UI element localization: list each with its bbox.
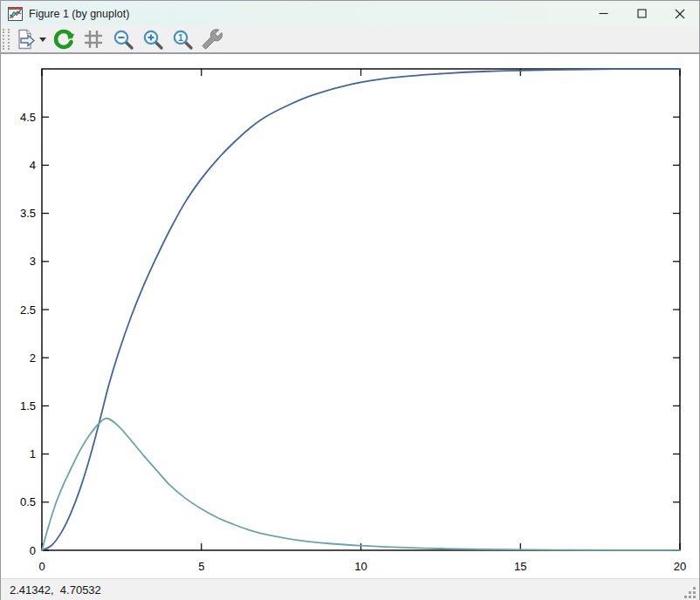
svg-text:0: 0	[38, 560, 45, 573]
options-button[interactable]	[198, 27, 226, 51]
svg-text:5: 5	[198, 560, 204, 573]
dropdown-arrow-icon	[39, 38, 46, 42]
zoom-previous-button[interactable]	[109, 27, 137, 51]
plot-area[interactable]: 0510152000.511.522.533.544.5	[1, 54, 700, 578]
copy-options-dropdown[interactable]	[38, 27, 48, 51]
svg-text:4.5: 4.5	[20, 111, 36, 124]
maximize-icon	[637, 9, 647, 18]
svg-text:0: 0	[30, 544, 36, 557]
window-controls	[584, 1, 699, 26]
toolbar: 1	[1, 26, 699, 54]
magnifier-plus-icon	[141, 28, 164, 51]
toolbar-grip[interactable]	[3, 29, 10, 50]
magnifier-minus-icon	[112, 28, 134, 51]
svg-text:10: 10	[354, 560, 367, 573]
minimize-button[interactable]	[584, 1, 622, 26]
toggle-grid-button[interactable]	[79, 27, 107, 51]
plot-canvas[interactable]: 0510152000.511.522.533.544.5	[1, 54, 699, 578]
replot-button[interactable]	[50, 27, 78, 51]
page-arrow-icon	[14, 28, 37, 51]
app-icon	[8, 7, 23, 21]
svg-text:3.5: 3.5	[20, 207, 36, 220]
svg-text:1.5: 1.5	[20, 399, 36, 412]
maximize-button[interactable]	[622, 1, 661, 26]
svg-text:2: 2	[30, 351, 36, 365]
curve-peak-and-decay-curve	[42, 419, 680, 550]
svg-text:1: 1	[30, 447, 36, 460]
unzoom-all-button[interactable]: 1	[168, 27, 196, 51]
svg-text:15: 15	[514, 560, 526, 573]
refresh-icon	[52, 28, 75, 51]
close-icon	[675, 9, 685, 19]
titlebar[interactable]: Figure 1 (by gnuplot)	[1, 1, 699, 26]
window-title: Figure 1 (by gnuplot)	[29, 8, 129, 20]
minimize-icon	[599, 9, 608, 18]
statusbar: 2.41342, 4.70532	[1, 578, 699, 600]
svg-text:4: 4	[30, 159, 36, 172]
copy-to-clipboard-button[interactable]	[11, 27, 39, 51]
curve-rising-sigmoid-curve	[42, 69, 680, 550]
svg-text:2.5: 2.5	[20, 303, 36, 317]
svg-text:1: 1	[178, 32, 183, 43]
zoom-next-button[interactable]	[139, 27, 167, 51]
grid-icon	[82, 28, 105, 51]
svg-text:20: 20	[674, 560, 686, 573]
resize-grip-icon[interactable]	[683, 585, 697, 598]
close-button[interactable]	[661, 1, 699, 26]
magnifier-one-icon: 1	[171, 28, 194, 51]
svg-text:0.5: 0.5	[20, 495, 36, 508]
wrench-icon	[201, 28, 223, 51]
svg-text:3: 3	[30, 255, 36, 268]
gnuplot-window: Figure 1 (by gnuplot)	[0, 0, 700, 600]
mouse-coordinates: 2.41342, 4.70532	[10, 583, 101, 597]
